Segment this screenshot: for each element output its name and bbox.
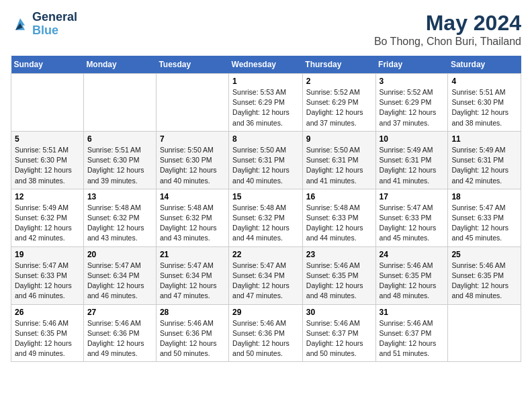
day-of-week-header: Sunday xyxy=(11,56,84,74)
calendar-cell: 4Sunrise: 5:51 AM Sunset: 6:30 PM Daylig… xyxy=(448,74,521,132)
calendar-cell: 22Sunrise: 5:47 AM Sunset: 6:34 PM Dayli… xyxy=(229,246,303,304)
day-number: 13 xyxy=(87,192,152,201)
calendar-cell: 6Sunrise: 5:51 AM Sunset: 6:30 PM Daylig… xyxy=(83,131,156,189)
day-number: 7 xyxy=(160,134,225,144)
day-number: 6 xyxy=(87,134,152,144)
calendar-cell: 3Sunrise: 5:52 AM Sunset: 6:29 PM Daylig… xyxy=(375,74,448,132)
day-info: Sunrise: 5:48 AM Sunset: 6:32 PM Dayligh… xyxy=(160,203,225,244)
day-info: Sunrise: 5:47 AM Sunset: 6:33 PM Dayligh… xyxy=(380,203,445,244)
day-number: 29 xyxy=(232,308,299,317)
day-info: Sunrise: 5:51 AM Sunset: 6:30 PM Dayligh… xyxy=(87,145,152,186)
calendar-cell: 21Sunrise: 5:47 AM Sunset: 6:34 PM Dayli… xyxy=(156,246,228,304)
calendar-cell xyxy=(83,74,156,132)
day-number: 1 xyxy=(232,77,299,86)
calendar-cell: 26Sunrise: 5:46 AM Sunset: 6:35 PM Dayli… xyxy=(11,304,84,362)
calendar-cell: 8Sunrise: 5:50 AM Sunset: 6:31 PM Daylig… xyxy=(229,131,303,189)
day-info: Sunrise: 5:50 AM Sunset: 6:31 PM Dayligh… xyxy=(232,145,299,186)
day-number: 14 xyxy=(160,192,225,201)
day-number: 11 xyxy=(451,134,517,144)
calendar-cell: 17Sunrise: 5:47 AM Sunset: 6:33 PM Dayli… xyxy=(375,189,448,246)
day-number: 25 xyxy=(451,250,517,259)
day-info: Sunrise: 5:46 AM Sunset: 6:37 PM Dayligh… xyxy=(306,318,372,359)
calendar-cell: 29Sunrise: 5:46 AM Sunset: 6:36 PM Dayli… xyxy=(229,304,303,362)
calendar-cell: 23Sunrise: 5:46 AM Sunset: 6:35 PM Dayli… xyxy=(302,246,375,304)
day-of-week-header: Wednesday xyxy=(229,56,303,74)
day-info: Sunrise: 5:47 AM Sunset: 6:33 PM Dayligh… xyxy=(15,261,80,302)
calendar-cell: 20Sunrise: 5:47 AM Sunset: 6:34 PM Dayli… xyxy=(83,246,156,304)
calendar-cell: 14Sunrise: 5:48 AM Sunset: 6:32 PM Dayli… xyxy=(156,189,228,246)
subtitle: Bo Thong, Chon Buri, Thailand xyxy=(374,36,521,48)
day-info: Sunrise: 5:46 AM Sunset: 6:35 PM Dayligh… xyxy=(306,261,372,302)
calendar-cell: 10Sunrise: 5:49 AM Sunset: 6:31 PM Dayli… xyxy=(375,131,448,189)
day-of-week-header: Thursday xyxy=(302,56,375,74)
day-of-week-row: SundayMondayTuesdayWednesdayThursdayFrid… xyxy=(11,56,521,74)
day-number: 19 xyxy=(15,250,80,259)
day-number: 18 xyxy=(451,192,517,201)
calendar-week-row: 26Sunrise: 5:46 AM Sunset: 6:35 PM Dayli… xyxy=(11,304,521,362)
day-info: Sunrise: 5:53 AM Sunset: 6:29 PM Dayligh… xyxy=(232,87,299,128)
day-number: 28 xyxy=(160,308,225,317)
day-number: 22 xyxy=(232,250,299,259)
day-number: 24 xyxy=(380,250,445,259)
day-info: Sunrise: 5:49 AM Sunset: 6:31 PM Dayligh… xyxy=(380,145,445,186)
calendar-cell xyxy=(11,74,84,132)
calendar-body: 1Sunrise: 5:53 AM Sunset: 6:29 PM Daylig… xyxy=(11,74,521,362)
calendar-cell: 27Sunrise: 5:46 AM Sunset: 6:36 PM Dayli… xyxy=(83,304,156,362)
day-info: Sunrise: 5:46 AM Sunset: 6:35 PM Dayligh… xyxy=(451,261,517,302)
day-info: Sunrise: 5:47 AM Sunset: 6:34 PM Dayligh… xyxy=(160,261,225,302)
calendar-cell: 24Sunrise: 5:46 AM Sunset: 6:35 PM Dayli… xyxy=(375,246,448,304)
day-info: Sunrise: 5:46 AM Sunset: 6:37 PM Dayligh… xyxy=(380,318,445,359)
day-number: 27 xyxy=(87,308,152,317)
day-number: 31 xyxy=(380,308,445,317)
day-number: 30 xyxy=(306,308,372,317)
calendar-cell: 12Sunrise: 5:49 AM Sunset: 6:32 PM Dayli… xyxy=(11,189,84,246)
day-info: Sunrise: 5:46 AM Sunset: 6:35 PM Dayligh… xyxy=(380,261,445,302)
calendar-cell: 2Sunrise: 5:52 AM Sunset: 6:29 PM Daylig… xyxy=(302,74,375,132)
logo-icon xyxy=(11,15,30,34)
day-number: 26 xyxy=(15,308,80,317)
calendar-cell: 9Sunrise: 5:50 AM Sunset: 6:31 PM Daylig… xyxy=(302,131,375,189)
calendar-cell: 19Sunrise: 5:47 AM Sunset: 6:33 PM Dayli… xyxy=(11,246,84,304)
day-info: Sunrise: 5:47 AM Sunset: 6:34 PM Dayligh… xyxy=(87,261,152,302)
day-number: 4 xyxy=(451,77,517,86)
calendar-cell xyxy=(156,74,228,132)
day-info: Sunrise: 5:49 AM Sunset: 6:32 PM Dayligh… xyxy=(15,203,80,244)
day-number: 23 xyxy=(306,250,372,259)
day-info: Sunrise: 5:48 AM Sunset: 6:32 PM Dayligh… xyxy=(87,203,152,244)
logo-text: General Blue xyxy=(32,11,77,38)
logo: General Blue xyxy=(11,11,77,38)
day-number: 20 xyxy=(87,250,152,259)
day-info: Sunrise: 5:48 AM Sunset: 6:32 PM Dayligh… xyxy=(232,203,299,244)
day-of-week-header: Friday xyxy=(375,56,448,74)
day-info: Sunrise: 5:51 AM Sunset: 6:30 PM Dayligh… xyxy=(15,145,80,186)
day-of-week-header: Tuesday xyxy=(156,56,228,74)
calendar-week-row: 1Sunrise: 5:53 AM Sunset: 6:29 PM Daylig… xyxy=(11,74,521,132)
day-info: Sunrise: 5:52 AM Sunset: 6:29 PM Dayligh… xyxy=(306,87,372,128)
day-info: Sunrise: 5:48 AM Sunset: 6:33 PM Dayligh… xyxy=(306,203,372,244)
calendar-cell: 18Sunrise: 5:47 AM Sunset: 6:33 PM Dayli… xyxy=(448,189,521,246)
day-number: 15 xyxy=(232,192,299,201)
calendar-week-row: 19Sunrise: 5:47 AM Sunset: 6:33 PM Dayli… xyxy=(11,246,521,304)
calendar-cell: 5Sunrise: 5:51 AM Sunset: 6:30 PM Daylig… xyxy=(11,131,84,189)
calendar-cell: 13Sunrise: 5:48 AM Sunset: 6:32 PM Dayli… xyxy=(83,189,156,246)
day-number: 8 xyxy=(232,134,299,144)
calendar-cell: 30Sunrise: 5:46 AM Sunset: 6:37 PM Dayli… xyxy=(302,304,375,362)
day-info: Sunrise: 5:50 AM Sunset: 6:30 PM Dayligh… xyxy=(160,145,225,186)
calendar-cell: 1Sunrise: 5:53 AM Sunset: 6:29 PM Daylig… xyxy=(229,74,303,132)
calendar-cell: 25Sunrise: 5:46 AM Sunset: 6:35 PM Dayli… xyxy=(448,246,521,304)
day-of-week-header: Monday xyxy=(83,56,156,74)
calendar-cell: 28Sunrise: 5:46 AM Sunset: 6:36 PM Dayli… xyxy=(156,304,228,362)
day-info: Sunrise: 5:51 AM Sunset: 6:30 PM Dayligh… xyxy=(451,87,517,128)
calendar-cell: 11Sunrise: 5:49 AM Sunset: 6:31 PM Dayli… xyxy=(448,131,521,189)
calendar-table: SundayMondayTuesdayWednesdayThursdayFrid… xyxy=(11,56,521,362)
day-info: Sunrise: 5:46 AM Sunset: 6:36 PM Dayligh… xyxy=(232,318,299,359)
calendar-cell xyxy=(448,304,521,362)
day-info: Sunrise: 5:50 AM Sunset: 6:31 PM Dayligh… xyxy=(306,145,372,186)
day-info: Sunrise: 5:47 AM Sunset: 6:33 PM Dayligh… xyxy=(451,203,517,244)
day-number: 12 xyxy=(15,192,80,201)
day-number: 21 xyxy=(160,250,225,259)
day-number: 10 xyxy=(380,134,445,144)
day-info: Sunrise: 5:52 AM Sunset: 6:29 PM Dayligh… xyxy=(380,87,445,128)
day-info: Sunrise: 5:46 AM Sunset: 6:35 PM Dayligh… xyxy=(15,318,80,359)
calendar-week-row: 12Sunrise: 5:49 AM Sunset: 6:32 PM Dayli… xyxy=(11,189,521,246)
